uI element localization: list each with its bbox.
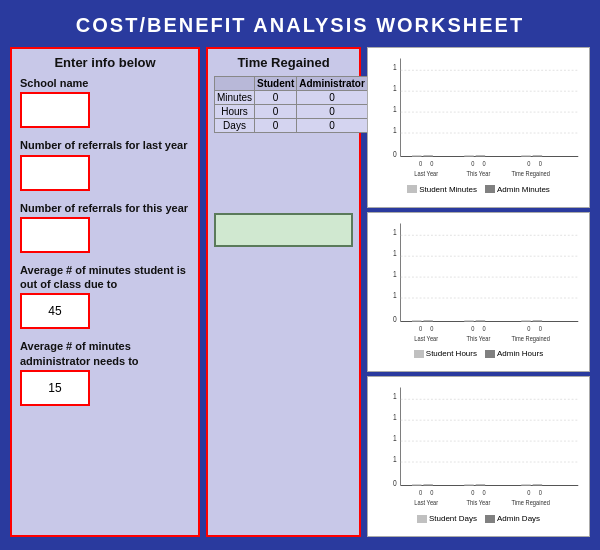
svg-text:Last Year: Last Year (414, 499, 438, 507)
row-minutes-student: 0 (255, 91, 297, 105)
days-chart-area: 1 1 1 1 0 0 0 0 (374, 381, 583, 512)
avg-minutes-student-label: Average # of minutes student is out of c… (20, 263, 190, 292)
svg-text:1: 1 (393, 392, 397, 402)
svg-text:0: 0 (430, 323, 433, 331)
referrals-this-input[interactable] (20, 217, 90, 253)
col-blank (215, 77, 255, 91)
legend-admin-hours: Admin Hours (485, 349, 543, 358)
svg-text:1: 1 (393, 83, 397, 93)
legend-student-days-box (417, 515, 427, 523)
row-days-student: 0 (255, 119, 297, 133)
svg-text:0: 0 (539, 159, 542, 167)
legend-admin-hours-box (485, 350, 495, 358)
svg-rect-66 (476, 485, 486, 486)
svg-text:Time Regained: Time Regained (512, 169, 551, 178)
legend-student-minutes: Student Minutes (407, 185, 477, 194)
page-title: COST/BENEFIT ANALYSIS WORKSHEET (0, 0, 600, 47)
table-row: Days 0 0 (215, 119, 368, 133)
left-panel: Enter info below School name Number of r… (10, 47, 200, 537)
school-name-input[interactable] (20, 92, 90, 128)
svg-text:1: 1 (393, 62, 397, 72)
svg-text:0: 0 (471, 488, 474, 496)
svg-rect-65 (464, 485, 474, 486)
svg-text:Last Year: Last Year (414, 334, 438, 342)
svg-text:Last Year: Last Year (414, 169, 438, 177)
svg-rect-67 (521, 485, 531, 486)
col-student: Student (255, 77, 297, 91)
main-container: Enter info below School name Number of r… (10, 47, 590, 537)
row-hours-label: Hours (215, 105, 255, 119)
minutes-chart-area: 1 1 1 1 0 (374, 52, 583, 183)
svg-text:1: 1 (393, 227, 397, 237)
days-chart-legend: Student Days Admin Days (374, 514, 583, 523)
middle-highlight-input[interactable] (214, 213, 353, 247)
svg-text:0: 0 (483, 488, 486, 496)
svg-rect-11 (412, 155, 422, 156)
svg-text:1: 1 (393, 248, 397, 258)
legend-student-hours: Student Hours (414, 349, 477, 358)
avg-minutes-admin-label: Average # of minutes administrator needs… (20, 339, 190, 368)
svg-rect-16 (533, 155, 543, 156)
hours-chart-area: 1 1 1 1 0 0 0 0 (374, 217, 583, 348)
svg-rect-15 (521, 155, 531, 156)
svg-rect-68 (533, 485, 543, 486)
svg-text:0: 0 (419, 323, 422, 331)
avg-minutes-student-input[interactable] (20, 293, 90, 329)
svg-text:1: 1 (393, 413, 397, 423)
legend-admin-days: Admin Days (485, 514, 540, 523)
svg-text:0: 0 (527, 323, 530, 331)
left-panel-title: Enter info below (20, 55, 190, 70)
legend-admin-minutes-box (485, 185, 495, 193)
school-name-row: School name (20, 76, 190, 128)
minutes-chart-legend: Student Minutes Admin Minutes (374, 185, 583, 194)
row-hours-admin: 0 (297, 105, 368, 119)
days-chart-svg: 1 1 1 1 0 0 0 0 (374, 381, 583, 512)
svg-text:0: 0 (393, 478, 397, 488)
legend-admin-hours-label: Admin Hours (497, 349, 543, 358)
middle-panel-title: Time Regained (214, 55, 353, 70)
svg-text:0: 0 (527, 159, 530, 167)
svg-text:1: 1 (393, 433, 397, 443)
right-panel: 1 1 1 1 0 (367, 47, 590, 537)
referrals-last-label: Number of referrals for last year (20, 138, 190, 152)
svg-rect-64 (423, 485, 433, 486)
svg-text:0: 0 (393, 313, 397, 323)
svg-rect-37 (412, 320, 422, 321)
school-name-label: School name (20, 76, 190, 90)
svg-text:0: 0 (419, 159, 422, 167)
row-minutes-admin: 0 (297, 91, 368, 105)
time-table: Student Administrator Minutes 0 0 Hours … (214, 76, 368, 133)
middle-panel: Time Regained Student Administrator Minu… (206, 47, 361, 537)
svg-text:1: 1 (393, 269, 397, 279)
hours-chart-legend: Student Hours Admin Hours (374, 349, 583, 358)
referrals-last-input[interactable] (20, 155, 90, 191)
svg-text:Time Regained: Time Regained (512, 334, 551, 343)
legend-student-minutes-label: Student Minutes (419, 185, 477, 194)
svg-rect-42 (533, 320, 543, 321)
svg-text:0: 0 (430, 159, 433, 167)
svg-rect-41 (521, 320, 531, 321)
svg-text:Time Regained: Time Regained (512, 499, 551, 508)
row-days-admin: 0 (297, 119, 368, 133)
svg-text:0: 0 (430, 488, 433, 496)
svg-text:0: 0 (539, 323, 542, 331)
avg-minutes-student-row: Average # of minutes student is out of c… (20, 263, 190, 330)
svg-text:This Year: This Year (467, 499, 491, 507)
svg-text:0: 0 (419, 488, 422, 496)
referrals-this-label: Number of referrals for this year (20, 201, 190, 215)
svg-rect-13 (464, 155, 474, 156)
referrals-last-row: Number of referrals for last year (20, 138, 190, 190)
legend-student-minutes-box (407, 185, 417, 193)
legend-student-days: Student Days (417, 514, 477, 523)
svg-text:0: 0 (471, 159, 474, 167)
avg-minutes-admin-input[interactable] (20, 370, 90, 406)
svg-rect-38 (423, 320, 433, 321)
svg-text:1: 1 (393, 104, 397, 114)
svg-rect-14 (476, 155, 486, 156)
minutes-chart-box: 1 1 1 1 0 (367, 47, 590, 208)
days-chart-box: 1 1 1 1 0 0 0 0 (367, 376, 590, 537)
svg-text:0: 0 (539, 488, 542, 496)
svg-text:0: 0 (483, 159, 486, 167)
avg-minutes-admin-row: Average # of minutes administrator needs… (20, 339, 190, 406)
hours-chart-svg: 1 1 1 1 0 0 0 0 (374, 217, 583, 348)
